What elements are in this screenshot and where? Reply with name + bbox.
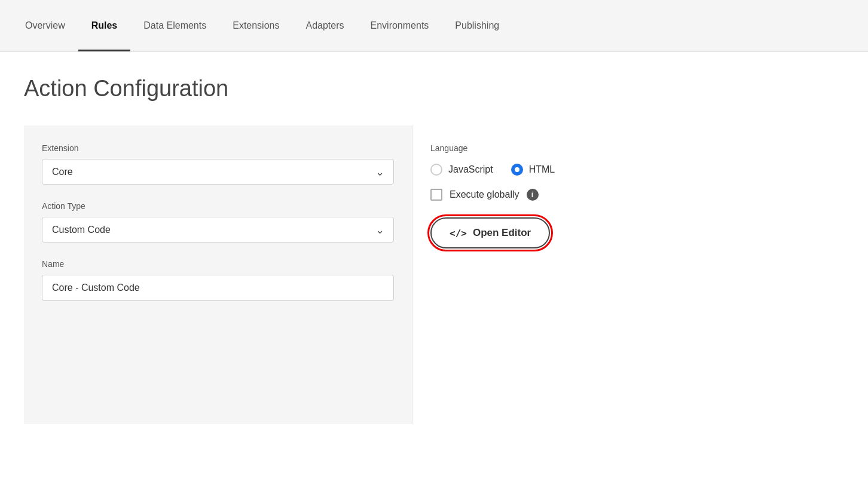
radio-javascript[interactable]: JavaScript — [430, 164, 493, 176]
execute-globally-checkbox[interactable] — [430, 189, 442, 201]
language-label: Language — [430, 143, 826, 153]
left-panel: Extension Core ⌄ Action Type Custom Code… — [24, 125, 412, 424]
radio-html[interactable]: HTML — [511, 164, 555, 176]
open-editor-button[interactable]: </> Open Editor — [430, 217, 550, 248]
page-content: Action Configuration Extension Core ⌄ Ac… — [0, 52, 868, 448]
language-radio-group: JavaScript HTML — [430, 164, 826, 176]
nav-item-adapters[interactable]: Adapters — [292, 0, 357, 51]
name-label: Name — [42, 259, 394, 269]
nav-item-overview[interactable]: Overview — [12, 0, 78, 51]
radio-javascript-circle[interactable] — [430, 164, 442, 176]
action-type-select[interactable]: Custom Code — [42, 217, 394, 242]
top-nav: Overview Rules Data Elements Extensions … — [0, 0, 868, 52]
page-title: Action Configuration — [24, 76, 844, 102]
nav-item-data-elements[interactable]: Data Elements — [130, 0, 219, 51]
name-input[interactable] — [42, 275, 394, 301]
radio-html-circle[interactable] — [511, 164, 523, 176]
extension-select-wrapper: Core ⌄ — [42, 159, 394, 185]
right-panel: Language JavaScript HTML Execute globall… — [412, 125, 844, 424]
action-type-label: Action Type — [42, 201, 394, 211]
nav-item-extensions[interactable]: Extensions — [219, 0, 292, 51]
nav-item-environments[interactable]: Environments — [357, 0, 442, 51]
nav-item-rules[interactable]: Rules — [78, 0, 131, 51]
execute-globally-label: Execute globally — [450, 189, 519, 200]
radio-html-label: HTML — [529, 164, 555, 175]
radio-javascript-label: JavaScript — [448, 164, 493, 175]
action-type-select-wrapper: Custom Code ⌄ — [42, 217, 394, 242]
execute-globally-row: Execute globally i — [430, 189, 826, 201]
config-layout: Extension Core ⌄ Action Type Custom Code… — [24, 125, 844, 424]
code-icon: </> — [450, 228, 467, 239]
nav-item-publishing[interactable]: Publishing — [442, 0, 512, 51]
extension-select[interactable]: Core — [42, 159, 394, 185]
open-editor-label: Open Editor — [473, 227, 531, 239]
info-icon[interactable]: i — [527, 189, 539, 201]
extension-label: Extension — [42, 143, 394, 153]
